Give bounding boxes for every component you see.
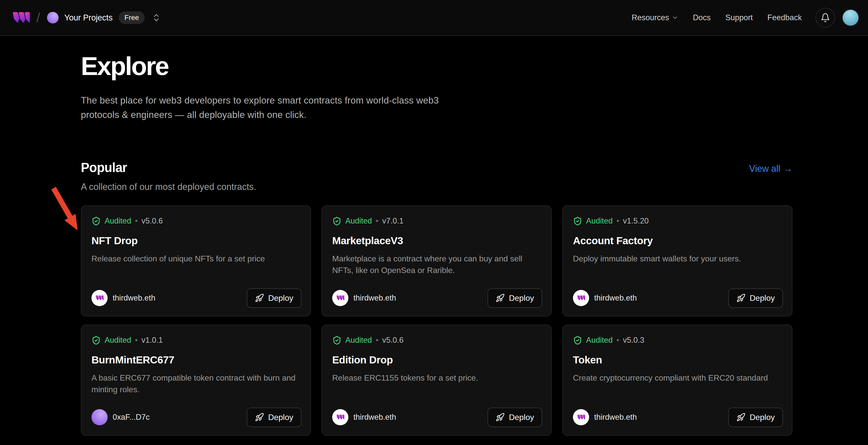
deploy-button[interactable]: Deploy (488, 408, 542, 427)
audited-badge: Audited (586, 336, 613, 345)
view-all-link[interactable]: View all → (749, 163, 793, 174)
contract-card-token[interactable]: Audited • v5.0.3 Token Create cryptocurr… (562, 324, 793, 436)
thirdweb-mini-logo-icon (336, 294, 344, 302)
notifications-button[interactable] (815, 8, 835, 28)
publisher-name: thirdweb.eth (353, 293, 396, 303)
shield-check-icon (573, 217, 582, 226)
contract-card-edition-drop[interactable]: Audited • v5.0.6 Edition Drop Release ER… (321, 324, 552, 436)
page-title: Explore (81, 52, 793, 81)
version-label: v5.0.6 (382, 336, 403, 345)
version-label: v5.0.6 (142, 217, 163, 225)
audited-badge: Audited (104, 336, 131, 345)
rocket-icon (736, 293, 745, 303)
rocket-icon (736, 413, 745, 422)
contract-description: Deploy immutable smart wallets for your … (573, 253, 778, 264)
publisher[interactable]: thirdweb.eth (91, 290, 155, 306)
nav-docs[interactable]: Docs (693, 13, 711, 22)
meta-dot: • (376, 336, 378, 345)
breadcrumb-separator: / (36, 10, 40, 25)
card-footer: thirdweb.eth Deploy (573, 288, 783, 308)
view-all-label: View all (749, 163, 780, 174)
nav-support[interactable]: Support (725, 13, 753, 22)
nav-feedback[interactable]: Feedback (768, 13, 802, 22)
deploy-button[interactable]: Deploy (247, 288, 301, 308)
header-left-cluster: / Your Projects Free (12, 8, 162, 27)
thirdweb-mini-logo-icon (577, 413, 585, 421)
publisher-name: thirdweb.eth (353, 413, 396, 422)
publisher[interactable]: 0xaF...D7c (91, 409, 150, 425)
thirdweb-mini-logo-icon (95, 294, 103, 302)
thirdweb-logo[interactable] (12, 8, 30, 27)
contract-title: MarketplaceV3 (332, 235, 541, 247)
contract-card-burnminterc677[interactable]: Audited • v1.0.1 BurnMintERC677 A basic … (81, 324, 311, 436)
version-label: v1.0.1 (142, 336, 163, 345)
card-footer: thirdweb.eth Deploy (573, 408, 783, 427)
contract-description: Marketplace is a contract where you can … (332, 253, 537, 276)
version-label: v1.5.20 (623, 217, 649, 225)
card-footer: 0xaF...D7c Deploy (91, 408, 301, 427)
publisher-avatar (573, 409, 589, 425)
explore-page: Explore The best place for web3 develope… (0, 52, 793, 436)
contract-title: Token (573, 354, 782, 366)
deploy-label: Deploy (268, 413, 293, 422)
card-meta: Audited • v7.0.1 (332, 217, 541, 226)
rocket-icon (255, 293, 264, 303)
deploy-label: Deploy (749, 293, 775, 303)
audited-badge: Audited (586, 217, 613, 225)
project-name[interactable]: Your Projects (64, 13, 113, 23)
card-meta: Audited • v1.0.1 (91, 336, 300, 345)
publisher-name: 0xaF...D7c (113, 413, 150, 422)
card-footer: thirdweb.eth Deploy (91, 288, 301, 308)
publisher[interactable]: thirdweb.eth (573, 409, 637, 425)
publisher-avatar (332, 409, 348, 425)
user-avatar[interactable] (842, 9, 859, 26)
card-meta: Audited • v5.0.6 (91, 217, 300, 226)
contract-description: Release collection of unique NFTs for a … (91, 253, 296, 264)
popular-title: Popular (81, 160, 127, 175)
contract-card-nft-drop[interactable]: Audited • v5.0.6 NFT Drop Release collec… (81, 205, 311, 316)
deploy-button[interactable]: Deploy (247, 408, 301, 427)
publisher-name: thirdweb.eth (113, 293, 155, 303)
audited-badge: Audited (345, 336, 372, 345)
card-footer: thirdweb.eth Deploy (332, 288, 542, 308)
meta-dot: • (616, 217, 619, 225)
meta-dot: • (135, 217, 138, 225)
deploy-button[interactable]: Deploy (728, 288, 783, 308)
project-avatar[interactable] (47, 12, 59, 24)
thirdweb-mini-logo-icon (336, 413, 344, 421)
contract-title: Account Factory (573, 235, 782, 247)
shield-check-icon (573, 336, 582, 345)
contract-card-account-factory[interactable]: Audited • v1.5.20 Account Factory Deploy… (562, 205, 793, 316)
shield-check-icon (332, 336, 342, 345)
deploy-button[interactable]: Deploy (728, 408, 783, 427)
bell-icon (820, 13, 830, 23)
nav-resources[interactable]: Resources (631, 13, 678, 22)
publisher-avatar (573, 290, 589, 306)
project-switcher-button[interactable] (151, 11, 162, 24)
publisher-avatar (332, 290, 348, 306)
version-label: v5.0.3 (623, 336, 644, 345)
meta-dot: • (376, 217, 378, 225)
page-subtitle: The best place for web3 developers to ex… (81, 93, 460, 122)
card-meta: Audited • v1.5.20 (573, 217, 782, 226)
contract-card-marketplacev3[interactable]: Audited • v7.0.1 MarketplaceV3 Marketpla… (321, 205, 552, 316)
meta-dot: • (135, 336, 138, 345)
shield-check-icon (91, 336, 101, 345)
shield-check-icon (332, 217, 342, 226)
contracts-grid: Audited • v5.0.6 NFT Drop Release collec… (81, 205, 793, 436)
contract-description: A basic ERC677 compatible token contract… (91, 372, 296, 395)
publisher-name: thirdweb.eth (594, 413, 637, 422)
deploy-button[interactable]: Deploy (488, 288, 542, 308)
rocket-icon (255, 413, 264, 422)
contract-description: Create cryptocurrency compliant with ERC… (573, 372, 778, 384)
card-meta: Audited • v5.0.3 (573, 336, 782, 345)
publisher[interactable]: thirdweb.eth (573, 290, 637, 306)
top-header: / Your Projects Free Resources Docs Supp… (0, 0, 868, 36)
publisher[interactable]: thirdweb.eth (332, 290, 396, 306)
popular-subtitle: A collection of our most deployed contra… (81, 182, 793, 192)
rocket-icon (496, 293, 505, 303)
plan-badge: Free (119, 11, 145, 24)
deploy-label: Deploy (268, 293, 293, 303)
publisher[interactable]: thirdweb.eth (332, 409, 396, 425)
meta-dot: • (616, 336, 619, 345)
